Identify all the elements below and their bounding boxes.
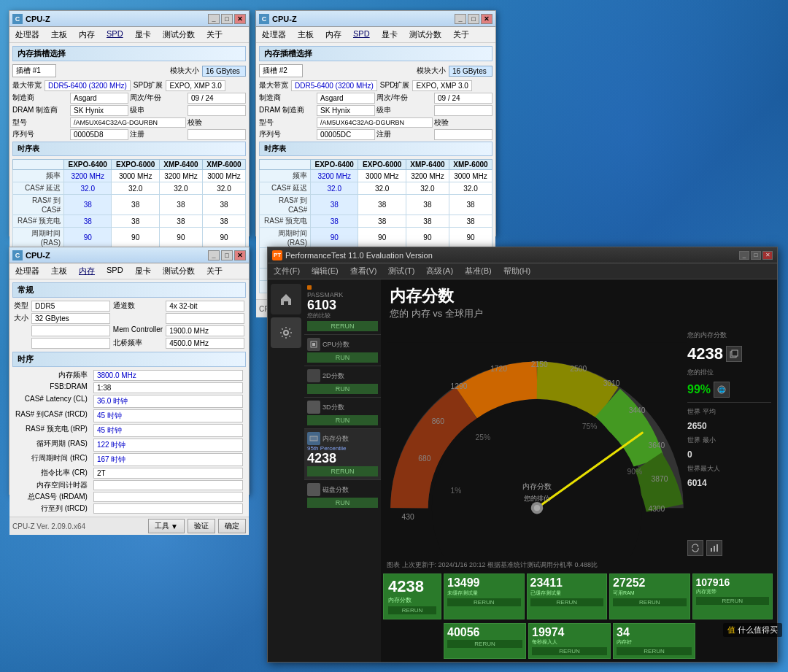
- home-icon-btn[interactable]: [271, 284, 301, 314]
- result-1-label: 未缓存测试量: [447, 590, 521, 597]
- mem-score-sidebar: 4238: [307, 452, 378, 465]
- pt-close[interactable]: ✕: [762, 251, 773, 260]
- chart-icon-btn[interactable]: [706, 540, 722, 556]
- cpuz1-titlebar: C CPU-Z _ □ ✕: [9, 11, 249, 27]
- cpuz-window-1[interactable]: C CPU-Z _ □ ✕ 处理器 主板 内存 SPD 显卡 测试分数 关于 内…: [9, 10, 250, 236]
- mem-rerun[interactable]: RERUN: [307, 466, 378, 476]
- result-5-rerun[interactable]: RERUN: [447, 640, 522, 648]
- cpuz2-menu[interactable]: 处理器 主板 内存 SPD 显卡 测试分数 关于: [256, 27, 495, 43]
- svg-text:25%: 25%: [476, 434, 491, 442]
- cpuz2-tab-gpu[interactable]: 显卡: [379, 28, 401, 41]
- cpuz3-tab-spd[interactable]: SPD: [104, 265, 126, 277]
- result-note: 图表 上次更新于: 2024/1/16 20:12 根据基准统计测试调用分机率 …: [381, 559, 777, 571]
- cpuz1-slot-selector[interactable]: 插槽 #1: [12, 64, 56, 77]
- result-3-rerun[interactable]: RERUN: [613, 598, 687, 606]
- cpuz2-maximize[interactable]: □: [468, 14, 479, 24]
- perf-window[interactable]: PT PerformanceTest 11.0 Evaluation Versi…: [267, 247, 778, 663]
- cpuz2-tab-bench[interactable]: 测试分数: [406, 28, 444, 41]
- cpuz1-maximize[interactable]: □: [221, 14, 233, 24]
- cpuz1-module-size-label: 模块大小: [170, 66, 199, 76]
- mem-label: 内存分数: [322, 434, 349, 444]
- cpuz3-tool-btn[interactable]: 工具 ▼: [148, 519, 185, 533]
- settings-icon-btn[interactable]: [271, 317, 301, 348]
- cpuz1-minimize[interactable]: _: [208, 14, 220, 24]
- cpuz2-minimize[interactable]: _: [455, 14, 466, 24]
- cpuz3-ok-btn[interactable]: 确定: [218, 519, 246, 533]
- cpuz3-maximize[interactable]: □: [221, 250, 233, 260]
- cpuz2-controls[interactable]: _ □ ✕: [455, 14, 492, 24]
- menu-edit[interactable]: 编辑(E): [310, 265, 340, 277]
- result-4-label: 内存宽带: [696, 588, 770, 595]
- cpuz3-close[interactable]: ✕: [234, 250, 246, 260]
- l7: 序列号: [12, 129, 69, 140]
- cpuz3-tab-processor[interactable]: 处理器: [12, 265, 42, 277]
- copy-rank-btn[interactable]: 🌐: [714, 382, 730, 398]
- disk-run[interactable]: RUN: [307, 498, 378, 508]
- menu-help[interactable]: 帮助(H): [502, 265, 532, 277]
- cpuz2-th0: EXPO-6400: [311, 160, 358, 170]
- cpuz3-tab-memory[interactable]: 内存: [76, 265, 98, 277]
- bench-disk: 磁盘分数 RUN: [304, 480, 381, 511]
- cpuz2-th2: XMP-6400: [406, 160, 449, 170]
- cpuz2-close[interactable]: ✕: [481, 14, 492, 24]
- cpuz3-rasirp: 45 时钟: [93, 424, 243, 437]
- refresh-icon-btn[interactable]: [687, 540, 703, 556]
- cpuz2-rank: [434, 105, 492, 116]
- cpuz3-rasircd: 45 时钟: [93, 409, 243, 422]
- cpuz1-tab-bench[interactable]: 测试分数: [160, 28, 198, 41]
- cpuz3-menu[interactable]: 处理器 主板 内存 SPD 显卡 测试分数 关于: [9, 263, 249, 279]
- cpuz1-tab-processor[interactable]: 处理器: [12, 28, 42, 41]
- pt-minimize[interactable]: _: [739, 251, 749, 260]
- cpuz1-close[interactable]: ✕: [234, 14, 246, 24]
- cpuz1-tab-gpu[interactable]: 显卡: [132, 28, 154, 41]
- cpuz3-rowcycle: 167 时钟: [93, 453, 243, 466]
- cpuz3-controls[interactable]: _ □ ✕: [208, 250, 246, 260]
- cpuz3-tab-bench[interactable]: 测试分数: [160, 265, 198, 277]
- cpuz-window-2[interactable]: C CPU-Z _ □ ✕ 处理器 主板 内存 SPD 显卡 测试分数 关于 内…: [255, 10, 496, 236]
- menu-view[interactable]: 查看(V): [349, 265, 379, 277]
- cpuz2-icon: C: [259, 14, 269, 24]
- svg-text:4300: 4300: [648, 505, 665, 513]
- cpu-run[interactable]: RUN: [307, 352, 378, 363]
- result-7-label: 内存好: [617, 638, 692, 646]
- cpuz-window-3[interactable]: C CPU-Z _ □ ✕ 处理器 主板 内存 SPD 显卡 测试分数 关于 常…: [9, 247, 250, 495]
- perf-menu[interactable]: 文件(F) 编辑(E) 查看(V) 测试(T) 高级(A) 基准(B) 帮助(H…: [268, 263, 777, 279]
- cpuz2-tab-about[interactable]: 关于: [450, 28, 472, 41]
- cpuz2-titlebar: C CPU-Z _ □ ✕: [256, 11, 495, 27]
- passmark-rerun[interactable]: RERUN: [307, 321, 378, 331]
- cpuz3-minimize[interactable]: _: [208, 250, 220, 260]
- cpuz1-controls[interactable]: _ □ ✕: [208, 14, 246, 24]
- cpuz2-slot-selector[interactable]: 插槽 #2: [259, 64, 303, 77]
- cpuz1-tab-spd[interactable]: SPD: [104, 28, 126, 41]
- cpuz1-tab-board[interactable]: 主板: [48, 28, 70, 41]
- result-7-rerun[interactable]: RERUN: [617, 647, 692, 655]
- cpuz3-tab-board[interactable]: 主板: [48, 265, 70, 277]
- cpuz2-tab-spd[interactable]: SPD: [350, 28, 373, 41]
- cpuz3-verify-btn[interactable]: 验证: [188, 519, 215, 533]
- menu-test[interactable]: 测试(T): [387, 265, 416, 277]
- cpuz1-section: 内存插槽选择: [12, 46, 246, 61]
- cpuz1-tab-memory[interactable]: 内存: [76, 28, 98, 41]
- cpuz2-tab-board[interactable]: 主板: [295, 28, 317, 41]
- threeD-run[interactable]: RUN: [307, 415, 378, 425]
- result-0-rerun[interactable]: RERUN: [388, 606, 436, 614]
- cpuz1-tab-about[interactable]: 关于: [204, 28, 225, 41]
- svg-text:430: 430: [402, 513, 414, 521]
- pt-controls[interactable]: _ □ ✕: [739, 251, 773, 260]
- twoD-run[interactable]: RUN: [307, 384, 378, 394]
- copy-score-btn[interactable]: [726, 346, 742, 362]
- result-6-rerun[interactable]: RERUN: [532, 647, 607, 655]
- cpuz2-tab-processor[interactable]: 处理器: [259, 28, 289, 41]
- cpuz3-tab-gpu[interactable]: 显卡: [132, 265, 154, 277]
- result-2-rerun[interactable]: RERUN: [530, 598, 604, 606]
- menu-file[interactable]: 文件(F): [272, 265, 301, 277]
- result-1-rerun[interactable]: RERUN: [447, 598, 521, 606]
- menu-baseline[interactable]: 基准(B): [463, 265, 493, 277]
- cpuz1-menu[interactable]: 处理器 主板 内存 SPD 显卡 测试分数 关于: [9, 27, 249, 43]
- result-5: 40056 RERUN: [444, 623, 526, 659]
- pt-maximize[interactable]: □: [751, 251, 761, 260]
- cpuz2-tab-memory[interactable]: 内存: [322, 28, 344, 41]
- result-4-rerun[interactable]: RERUN: [696, 597, 770, 605]
- cpuz3-tab-about[interactable]: 关于: [204, 265, 225, 277]
- menu-advanced[interactable]: 高级(A): [425, 265, 455, 277]
